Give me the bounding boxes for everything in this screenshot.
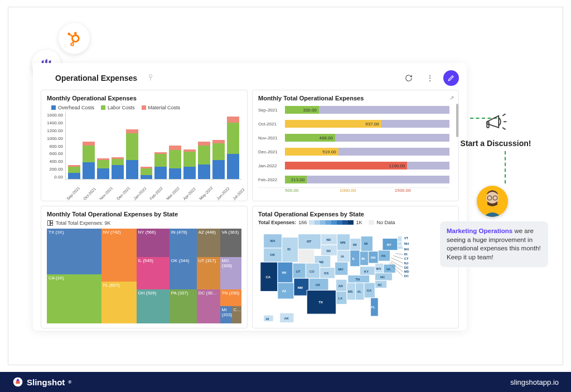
svg-rect-27 — [361, 236, 372, 251]
horizontal-bar-chart: Sep-2021330.00Oct-2021937.00Nov-2021488.… — [258, 104, 453, 196]
svg-rect-48 — [293, 263, 306, 278]
svg-rect-74 — [371, 298, 379, 316]
refresh-button[interactable] — [401, 70, 417, 86]
treemap-cell: CA (1K) — [47, 274, 101, 323]
brand: Slingshot® — [12, 376, 71, 388]
svg-rect-62 — [307, 291, 336, 314]
svg-rect-11 — [264, 234, 282, 248]
expand-icon[interactable]: ↗ — [449, 95, 454, 101]
hubspot-logo — [59, 23, 90, 54]
svg-rect-15 — [282, 238, 298, 263]
svg-text:NH: NH — [404, 242, 409, 245]
more-button[interactable]: ⋮ — [422, 70, 438, 86]
bar — [154, 152, 167, 179]
svg-rect-10 — [51, 224, 53, 226]
stacked-bar-chart: 1600.001400.001200.001000.00800.00600.00… — [47, 113, 241, 191]
svg-rect-66 — [336, 291, 347, 304]
svg-rect-38 — [369, 251, 378, 263]
svg-rect-32 — [337, 250, 350, 262]
bar — [212, 140, 225, 179]
dashboard-panel: Operational Expenses ⋮ Monthly Operation… — [33, 63, 467, 331]
avatar — [477, 186, 508, 217]
legend-material: Material Costs — [142, 105, 181, 110]
hbar-row: Oct-2021937.00 — [258, 118, 449, 130]
treemap-cell: PA (337) — [170, 289, 197, 323]
card-map: Total Operational Expenses by State Tota… — [252, 206, 459, 328]
treemap-cell: DC (30… — [197, 289, 220, 323]
discussion-comment: Marketing Operations we are seeing a hug… — [440, 221, 548, 267]
svg-rect-84 — [375, 273, 392, 280]
svg-point-7 — [149, 74, 152, 77]
svg-rect-78 — [360, 267, 375, 275]
map-legend: Total Expenses: 166 1K No Data — [258, 220, 453, 225]
callout: Start a Discussion! — [447, 111, 545, 148]
legend-labor: Labor Costs — [101, 105, 135, 110]
svg-rect-68 — [347, 283, 356, 300]
treemap-cell: UT (317) — [197, 257, 220, 289]
svg-line-98 — [391, 258, 403, 263]
avatar-person — [479, 188, 506, 217]
svg-rect-36 — [360, 251, 369, 265]
treemap-cell: TN (230) — [220, 289, 241, 307]
bar — [227, 117, 239, 180]
card-title: Monthly Total Operational Expenses — [258, 95, 453, 101]
svg-rect-9 — [51, 221, 53, 223]
svg-rect-29 — [298, 249, 314, 263]
svg-rect-13 — [264, 248, 282, 262]
svg-text:RI: RI — [404, 253, 408, 256]
card-monthly-total: Monthly Total Operational Expenses ↗ Sep… — [252, 90, 459, 201]
svg-line-5 — [70, 35, 73, 37]
svg-rect-25 — [350, 238, 361, 250]
start-discussion-label: Start a Discussion! — [447, 139, 545, 148]
treemap-cell: C… — [232, 306, 241, 323]
treemap-cell: NY (566) — [137, 229, 170, 257]
svg-point-1 — [74, 32, 77, 35]
svg-text:MA: MA — [404, 248, 410, 251]
svg-text:DC: DC — [404, 274, 409, 278]
map-svg: WA OR ID MT ND SD MN WI MI NE IA — [258, 228, 453, 328]
svg-rect-106 — [264, 315, 273, 322]
card-title: Monthly Operational Expenses — [47, 95, 241, 101]
treemap-cell: NV (742) — [101, 229, 137, 282]
treemap-cell: FL (627) — [101, 282, 137, 323]
svg-rect-82 — [384, 264, 395, 273]
svg-rect-76 — [348, 275, 370, 283]
bar — [198, 142, 210, 180]
treemap-cell: VA (363) — [220, 229, 241, 257]
bar — [83, 142, 95, 179]
svg-rect-56 — [278, 283, 294, 299]
legend-gradient — [309, 220, 354, 225]
plot-area — [65, 113, 241, 180]
treemap-cell: IN (478) — [170, 229, 197, 257]
pin-icon[interactable] — [146, 73, 155, 84]
svg-rect-42 — [383, 238, 398, 250]
svg-rect-34 — [350, 250, 360, 267]
svg-rect-70 — [356, 283, 365, 300]
svg-rect-17 — [298, 234, 321, 249]
card-treemap: Monthly Total Operational Expenses by St… — [41, 206, 248, 328]
bar — [126, 129, 138, 179]
svg-rect-21 — [321, 245, 337, 255]
treemap-cell: AZ (448) — [197, 229, 220, 257]
mention[interactable]: Marketing Operations — [447, 228, 512, 234]
svg-rect-90 — [398, 246, 403, 249]
svg-rect-88 — [398, 236, 402, 242]
svg-point-0 — [72, 35, 79, 42]
bar — [183, 149, 196, 179]
svg-rect-113 — [487, 122, 489, 128]
bar — [169, 146, 181, 179]
nodata-swatch — [369, 220, 374, 225]
treemap-chart: TX (1K)CA (1K)NV (742)FL (627)NY (566)IL… — [47, 229, 241, 323]
bar — [97, 158, 109, 179]
treemap-cell: MI (203) — [220, 306, 232, 323]
treemap-cell: OK (344) — [170, 257, 197, 289]
svg-line-96 — [393, 255, 403, 259]
callout-connector — [505, 151, 506, 183]
legend-overhead: Overhead Costs — [51, 105, 94, 110]
bar — [141, 167, 153, 180]
svg-point-118 — [17, 379, 19, 381]
svg-rect-72 — [364, 283, 375, 298]
edit-button[interactable] — [443, 70, 459, 86]
svg-text:DE: DE — [404, 266, 409, 269]
hbar-row: Feb-2022213.00 — [258, 173, 449, 186]
